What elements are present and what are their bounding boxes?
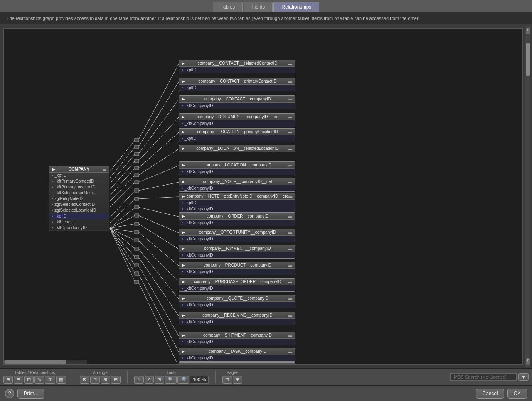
- right-table-t5[interactable]: ▶ company__LOCATION__primaryLocationID ▬…: [179, 128, 295, 142]
- company-table-header[interactable]: ▶ COMPANY ▬: [49, 166, 109, 173]
- right-table-header-t9[interactable]: ▶ company__NOTE__zgtEntryNoteID__company…: [179, 193, 295, 200]
- right-table-minimize-t12[interactable]: ▬: [288, 247, 292, 251]
- print-button[interactable]: Print...: [17, 389, 44, 399]
- right-table-minimize-t1[interactable]: ▬: [288, 61, 292, 66]
- right-table-header-t11[interactable]: ▶ company__OPPORTUNITY__companyID ▬: [179, 229, 295, 236]
- vertical-scrollbar[interactable]: ▲ ▼: [525, 26, 530, 367]
- right-table-header-t16[interactable]: ▶ company__RECEIVING__companyID ▬: [179, 312, 295, 319]
- canvas-area[interactable]: ▶ COMPANY ▬ • _kptID • _kftPrimaryContac…: [3, 28, 523, 365]
- company-table[interactable]: ▶ COMPANY ▬ • _kptID • _kftPrimaryContac…: [49, 166, 109, 231]
- scroll-down-arrow[interactable]: ▼: [526, 358, 530, 365]
- ok-button[interactable]: OK: [507, 389, 527, 399]
- right-table-header-t12[interactable]: ▶ company__PAYMENT__companyID ▬: [179, 245, 295, 252]
- right-table-minimize-t17[interactable]: ▬: [288, 333, 292, 337]
- right-table-minimize-t11[interactable]: ▬: [288, 230, 292, 235]
- right-table-t17[interactable]: ▶ company__SHIPMENT__companyID ▬ • _kftC…: [179, 332, 295, 345]
- right-table-t6[interactable]: ▶ company__LOCATION__selectedLocationID …: [179, 145, 295, 152]
- tool-cursor-btn[interactable]: ↖: [134, 376, 144, 384]
- right-table-minimize-t18[interactable]: ▬: [288, 350, 292, 354]
- delete-btn[interactable]: 🗑: [45, 376, 55, 384]
- right-table-t14[interactable]: ▶ company__PURCHASE_ORDER__companyID ▬ •…: [179, 278, 295, 292]
- right-table-minimize-t9[interactable]: ▬: [288, 194, 292, 198]
- view-btn[interactable]: ▦: [56, 376, 66, 384]
- paste-btn[interactable]: ⊡: [24, 376, 34, 384]
- right-table-header-t7[interactable]: ▶ company__LOCATION__companyID ▬: [179, 162, 295, 169]
- arrange-btn-2[interactable]: ⊡: [90, 376, 100, 384]
- arrange-btn-4[interactable]: ⊟: [111, 376, 121, 384]
- pages-btn-1[interactable]: ⊡: [222, 376, 232, 384]
- right-table-t2[interactable]: ▶ company__CONTACT__primaryContactID ▬ •…: [179, 78, 295, 91]
- right-table-header-t19[interactable]: ▶ company__USER__salespersonUserID ▬: [179, 363, 295, 365]
- right-table-field-t16-1: • _kftCompanyID: [179, 319, 295, 325]
- right-table-minimize-t19[interactable]: ▬: [288, 364, 292, 365]
- right-table-t11[interactable]: ▶ company__OPPORTUNITY__companyID ▬ • _k…: [179, 229, 295, 242]
- right-table-minimize-t5[interactable]: ▬: [288, 130, 292, 134]
- right-table-t15[interactable]: ▶ company__QUOTE__companyID ▬ • _kftComp…: [179, 295, 295, 308]
- tool-zoom-in-btn[interactable]: 🔎: [177, 376, 189, 384]
- cancel-button[interactable]: Cancel: [476, 389, 504, 399]
- right-table-minimize-t16[interactable]: ▬: [288, 313, 292, 318]
- right-table-header-t6[interactable]: ▶ company__LOCATION__selectedLocationID …: [179, 145, 295, 152]
- horizontal-scrollbar-thumb[interactable]: [4, 360, 66, 364]
- tab-tables[interactable]: Tables: [213, 2, 243, 12]
- copy-table-btn[interactable]: ⊟: [14, 376, 23, 384]
- svg-line-28: [138, 207, 179, 217]
- svg-line-0: [110, 140, 135, 171]
- right-table-t18[interactable]: ▶ company__TASK__companyID ▬ • _kftCompa…: [179, 348, 295, 362]
- right-table-header-t1[interactable]: ▶ company__CONTACT__selectedContactID ▬: [179, 60, 295, 67]
- right-table-t13[interactable]: ▶ company__PRODUCT__companyID ▬ • _kftCo…: [179, 262, 295, 275]
- right-table-header-t13[interactable]: ▶ company__PRODUCT__companyID ▬: [179, 262, 295, 269]
- tab-relationships[interactable]: Relationships: [273, 2, 319, 12]
- new-table-btn[interactable]: ⊞: [3, 376, 13, 384]
- right-table-t1[interactable]: ▶ company__CONTACT__selectedContactID ▬ …: [179, 60, 295, 73]
- right-table-minimize-t14[interactable]: ▬: [288, 280, 292, 284]
- right-table-header-t17[interactable]: ▶ company__SHIPMENT__companyID ▬: [179, 332, 295, 339]
- right-table-header-t15[interactable]: ▶ company__QUOTE__companyID ▬: [179, 295, 295, 302]
- right-table-minimize-t3[interactable]: ▬: [288, 97, 292, 101]
- field-icon-t18-1: •: [182, 356, 183, 360]
- tool-zoom-out-btn[interactable]: 🔍: [165, 376, 177, 384]
- right-table-minimize-t15[interactable]: ▬: [288, 296, 292, 301]
- right-table-minimize-t13[interactable]: ▬: [288, 263, 292, 267]
- tool-box-btn[interactable]: ⊡: [155, 376, 164, 384]
- right-table-header-t2[interactable]: ▶ company__CONTACT__primaryContactID ▬: [179, 78, 295, 85]
- right-table-minimize-t2[interactable]: ▬: [288, 79, 292, 83]
- search-dropdown-btn[interactable]: ▼: [518, 373, 529, 381]
- right-table-header-t5[interactable]: ▶ company__LOCATION__primaryLocationID ▬: [179, 129, 295, 135]
- right-table-header-t8[interactable]: ▶ company__NOTE__companyID__del ▬: [179, 178, 295, 185]
- field-icon-zgtEntryNoteID: •: [52, 197, 53, 201]
- right-table-minimize-t10[interactable]: ▬: [288, 214, 292, 218]
- tool-text-btn[interactable]: A: [145, 376, 154, 384]
- tab-fields[interactable]: Fields: [244, 2, 273, 12]
- scrollbar-thumb[interactable]: [526, 43, 530, 76]
- right-table-t8[interactable]: ▶ company__NOTE__companyID__del ▬ • _kft…: [179, 178, 295, 192]
- arrange-btn-3[interactable]: ⊞: [101, 376, 110, 384]
- right-table-header-t14[interactable]: ▶ company__PURCHASE_ORDER__companyID ▬: [179, 279, 295, 285]
- right-table-minimize-t4[interactable]: ▬: [288, 115, 292, 119]
- right-table-t9[interactable]: ▶ company__NOTE__zgtEntryNoteID__company…: [179, 193, 295, 213]
- right-table-minimize-t7[interactable]: ▬: [288, 163, 292, 167]
- right-table-header-t3[interactable]: ▶ company__CONTACT__companyID ▬: [179, 96, 295, 103]
- table-minimize-icon[interactable]: ▬: [103, 167, 106, 171]
- arrange-btn-1[interactable]: ⊠: [80, 376, 89, 384]
- right-table-minimize-t8[interactable]: ▬: [288, 180, 292, 184]
- right-table-header-t18[interactable]: ▶ company__TASK__companyID ▬: [179, 348, 295, 355]
- right-table-t12[interactable]: ▶ company__PAYMENT__companyID ▬ • _kftCo…: [179, 245, 295, 259]
- horizontal-scrollbar[interactable]: [4, 360, 87, 364]
- scroll-up-arrow[interactable]: ▲: [526, 28, 530, 34]
- right-table-expand-icon-t7: ▶: [182, 163, 185, 167]
- right-table-name-t5: company__LOCATION__primaryLocationID: [197, 130, 278, 134]
- right-table-t7[interactable]: ▶ company__LOCATION__companyID ▬ • _kftC…: [179, 161, 295, 175]
- edit-btn[interactable]: ✎: [34, 376, 44, 384]
- pages-btn-2[interactable]: ⊞: [233, 376, 242, 384]
- right-table-header-t4[interactable]: ▶ company__DOCUMENT__companyID__cre ▬: [179, 114, 295, 120]
- right-table-t10[interactable]: ▶ company__ORDER__companyID ▬ • _kftComp…: [179, 213, 295, 226]
- right-table-t16[interactable]: ▶ company__RECEIVING__companyID ▬ • _kft…: [179, 312, 295, 325]
- right-table-t19[interactable]: ▶ company__USER__salespersonUserID ▬ • _…: [179, 362, 295, 365]
- right-table-t4[interactable]: ▶ company__DOCUMENT__companyID__cre ▬ • …: [179, 113, 295, 127]
- right-table-minimize-t6[interactable]: ▬: [288, 147, 292, 151]
- right-table-header-t10[interactable]: ▶ company__ORDER__companyID ▬: [179, 213, 295, 220]
- help-button[interactable]: ?: [5, 389, 14, 398]
- right-table-t3[interactable]: ▶ company__CONTACT__companyID ▬ • _kftCo…: [179, 95, 295, 109]
- search-input[interactable]: [450, 373, 517, 381]
